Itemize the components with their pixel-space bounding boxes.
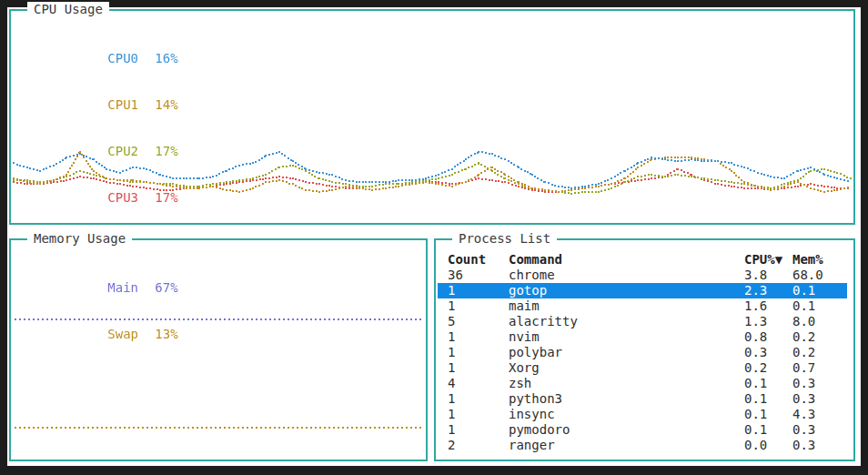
cpu2-label: CPU2 <box>107 144 155 159</box>
cpu-usage-panel: CPU Usage CPU016% CPU114% CPU217% CPU317… <box>9 9 855 225</box>
cpu3-value: 17% <box>155 190 177 205</box>
cell-command: alacritty <box>509 314 744 329</box>
cell-mem: 4.3 <box>792 407 847 422</box>
process-row-pymodoro[interactable]: 1 pymodoro 0.1 0.3 <box>438 422 847 438</box>
cell-cpu: 0.8 <box>744 329 792 345</box>
process-row-polybar[interactable]: 1 polybar 0.3 0.2 <box>438 345 847 360</box>
cell-mem: 0.7 <box>792 360 847 376</box>
process-row-gotop[interactable]: 1 gotop 2.3 0.1 <box>438 283 847 298</box>
process-row-chrome[interactable]: 36 chrome 3.8 68.0 <box>438 268 847 283</box>
process-row-maim[interactable]: 1 maim 1.6 0.1 <box>438 298 847 314</box>
cpu-legend-item: CPU217% <box>31 128 178 175</box>
cell-command: ranger <box>509 438 744 453</box>
cpu1-value: 14% <box>155 97 177 112</box>
cell-cpu: 0.1 <box>744 422 792 438</box>
cpu0-label: CPU0 <box>107 51 155 66</box>
process-row-xorg[interactable]: 1 Xorg 0.2 0.7 <box>438 360 847 376</box>
cell-mem: 0.1 <box>792 283 847 298</box>
cell-count: 1 <box>448 345 509 360</box>
process-list-panel: Process List Count Command CPU%▼ Mem% 36… <box>434 238 855 461</box>
process-row-nvim[interactable]: 1 nvim 0.8 0.2 <box>438 329 847 345</box>
cell-count: 4 <box>448 376 509 391</box>
cell-cpu: 0.1 <box>744 376 792 391</box>
cell-cpu: 3.8 <box>744 268 792 283</box>
cell-count: 1 <box>448 329 509 345</box>
process-table-header: Count Command CPU%▼ Mem% <box>438 252 847 268</box>
cell-count: 2 <box>448 438 509 453</box>
memory-legend-item: Swap13% <box>31 311 178 358</box>
cell-mem: 0.3 <box>792 438 847 453</box>
col-mem: Mem% <box>792 252 847 268</box>
mem-swap-label: Swap <box>107 327 155 342</box>
cpu-legend-item: CPU114% <box>31 82 178 128</box>
col-command: Command <box>509 252 744 268</box>
cell-cpu: 1.6 <box>744 298 792 314</box>
cell-command: Xorg <box>509 360 744 376</box>
cell-command: maim <box>509 298 744 314</box>
cell-cpu: 0.0 <box>744 438 792 453</box>
memory-legend: Main67% Swap13% <box>31 265 178 358</box>
cpu-legend-item: CPU016% <box>31 35 178 82</box>
mem-swap-value: 13% <box>155 327 177 341</box>
cpu1-label: CPU1 <box>107 97 155 113</box>
screen: CPU Usage CPU016% CPU114% CPU217% CPU317… <box>0 0 868 475</box>
memory-legend-item: Main67% <box>31 265 178 311</box>
cell-count: 1 <box>448 298 509 314</box>
cell-count: 1 <box>448 391 509 407</box>
cell-mem: 0.3 <box>792 422 847 438</box>
cell-mem: 68.0 <box>792 268 847 283</box>
cpu-legend: CPU016% CPU114% CPU217% CPU317% <box>31 35 178 221</box>
cell-count: 1 <box>448 360 509 376</box>
cell-cpu: 0.3 <box>744 345 792 360</box>
cell-cpu: 0.1 <box>744 391 792 407</box>
cell-count: 1 <box>448 407 509 422</box>
cell-count: 1 <box>448 283 509 298</box>
cell-mem: 0.2 <box>792 345 847 360</box>
cpu2-value: 17% <box>155 144 177 158</box>
cell-command: pymodoro <box>509 422 744 438</box>
cell-mem: 0.2 <box>792 329 847 345</box>
cell-cpu: 1.3 <box>744 314 792 329</box>
process-row-python3[interactable]: 1 python3 0.1 0.3 <box>438 391 847 407</box>
process-row-insync[interactable]: 1 insync 0.1 4.3 <box>438 407 847 422</box>
mem-main-value: 67% <box>155 280 177 295</box>
process-row-ranger[interactable]: 2 ranger 0.0 0.3 <box>438 438 847 453</box>
cell-cpu: 2.3 <box>744 283 792 298</box>
cpu0-value: 16% <box>155 51 177 66</box>
cell-cpu: 0.1 <box>744 407 792 422</box>
cell-command: polybar <box>509 345 744 360</box>
cell-mem: 0.1 <box>792 298 847 314</box>
gotop-terminal: CPU Usage CPU016% CPU114% CPU217% CPU317… <box>7 7 861 466</box>
cell-mem: 8.0 <box>792 314 847 329</box>
cpu-legend-item: CPU317% <box>31 175 178 221</box>
process-row-alacritty[interactable]: 5 alacritty 1.3 8.0 <box>438 314 847 329</box>
process-table: Count Command CPU%▼ Mem% 36 chrome 3.8 6… <box>438 242 847 453</box>
memory-usage-panel: Memory Usage Main67% Swap13% <box>9 238 428 461</box>
process-row-zsh[interactable]: 4 zsh 0.1 0.3 <box>438 376 847 391</box>
cell-command: nvim <box>509 329 744 345</box>
mem-main-label: Main <box>107 280 155 296</box>
col-count: Count <box>448 252 509 268</box>
cell-command: chrome <box>509 268 744 283</box>
cell-command: gotop <box>509 283 744 298</box>
cell-cpu: 0.2 <box>744 360 792 376</box>
cell-command: python3 <box>509 391 744 407</box>
cell-count: 5 <box>448 314 509 329</box>
cell-count: 1 <box>448 422 509 438</box>
col-cpu-sorted: CPU%▼ <box>744 252 792 268</box>
cell-command: insync <box>509 407 744 422</box>
cpu3-label: CPU3 <box>107 190 155 206</box>
cell-command: zsh <box>509 376 744 391</box>
cell-count: 36 <box>448 268 509 283</box>
cell-mem: 0.3 <box>792 391 847 407</box>
cell-mem: 0.3 <box>792 376 847 391</box>
